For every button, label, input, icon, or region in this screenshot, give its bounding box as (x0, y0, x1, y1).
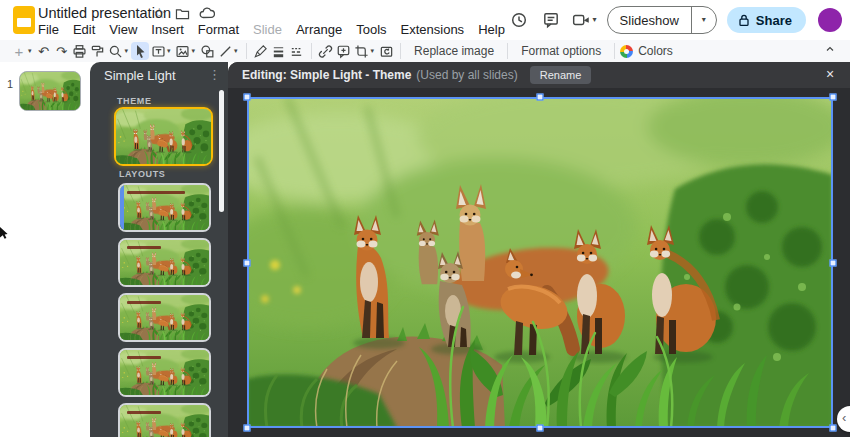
slide-number: 1 (7, 78, 13, 90)
layout-title-placeholder (127, 246, 161, 249)
divider (614, 43, 615, 59)
resize-handle-bottom-right[interactable] (830, 425, 837, 432)
text-box-button[interactable] (149, 42, 167, 60)
layout-title-placeholder (127, 191, 185, 194)
theme-section-label: THEME (117, 96, 152, 106)
border-dash-button[interactable] (288, 42, 306, 60)
menu-bar: File Edit View Insert Format Slide Arran… (31, 21, 512, 38)
divider (246, 43, 247, 59)
resize-handle-mid-right[interactable] (830, 259, 837, 266)
menu-arrange[interactable]: Arrange (289, 21, 349, 38)
resize-handle-top-right[interactable] (830, 94, 837, 101)
theme-panel: Simple Light ⋮ THEME LAYOUTS (90, 62, 228, 437)
add-comment-button[interactable] (335, 42, 353, 60)
menu-view[interactable]: View (102, 21, 144, 38)
layout-thumbnail-2[interactable] (118, 238, 211, 287)
layouts-section-label: LAYOUTS (119, 169, 165, 179)
new-slide-dropdown-icon[interactable]: ▾ (28, 47, 32, 55)
star-icon[interactable]: ☆ (153, 6, 166, 20)
slideshow-button[interactable]: Slideshow ▾ (607, 6, 717, 34)
toolbar: + ▾ ↶ ↷ ▾ ▾ ▾ ▾ (0, 40, 850, 62)
insert-link-button[interactable] (317, 42, 335, 60)
insert-shape-button[interactable] (198, 42, 216, 60)
kebab-menu-icon[interactable]: ⋮ (208, 67, 221, 82)
divider (507, 43, 508, 59)
menu-insert[interactable]: Insert (144, 21, 191, 38)
border-weight-button[interactable] (270, 42, 288, 60)
insert-image-dropdown-icon[interactable]: ▾ (192, 47, 196, 55)
slide-1-thumbnail[interactable] (19, 71, 81, 111)
insert-line-button[interactable] (216, 42, 234, 60)
mouse-cursor (0, 225, 9, 243)
document-title[interactable]: Untitled presentation (38, 5, 171, 21)
theme-thumbnail-selected[interactable] (114, 107, 213, 166)
menu-tools[interactable]: Tools (349, 21, 393, 38)
slide-filmstrip: 1 (0, 62, 90, 437)
border-color-button[interactable] (252, 42, 270, 60)
menu-edit[interactable]: Edit (66, 21, 102, 38)
join-call-button[interactable]: ▾ (572, 12, 597, 28)
layout-title-placeholder (127, 356, 161, 359)
divider (400, 43, 401, 59)
header: Untitled presentation ☆ File Edit View I… (0, 0, 850, 40)
zoom-dropdown-icon[interactable]: ▾ (125, 47, 129, 55)
lock-icon (738, 14, 750, 27)
insert-image-button[interactable] (174, 42, 192, 60)
editing-canvas: Editing: Simple Light - Theme (Used by a… (228, 62, 850, 437)
print-button[interactable] (71, 42, 89, 60)
rename-button[interactable]: Rename (530, 66, 592, 84)
account-avatar[interactable] (818, 8, 842, 32)
replace-image-button[interactable]: Replace image (406, 44, 502, 58)
resize-handle-mid-left[interactable] (244, 259, 251, 266)
theme-name: Simple Light (104, 68, 176, 83)
chevron-left-icon: ‹ (842, 410, 846, 425)
select-tool-button[interactable] (131, 42, 149, 60)
insert-line-dropdown-icon[interactable]: ▾ (234, 47, 238, 55)
resize-handle-top-center[interactable] (537, 94, 544, 101)
crop-image-button[interactable] (353, 42, 371, 60)
editing-mode-bar: Editing: Simple Light - Theme (Used by a… (228, 62, 850, 88)
comment-history-icon[interactable] (540, 9, 562, 31)
zoom-button[interactable] (107, 42, 125, 60)
version-history-icon[interactable] (508, 9, 530, 31)
editing-bar-subtitle: (Used by all slides) (416, 68, 517, 82)
layout-thumbnail-4[interactable] (118, 348, 211, 397)
menu-extensions[interactable]: Extensions (394, 21, 472, 38)
paint-format-button[interactable] (89, 42, 107, 60)
format-options-button[interactable]: Format options (513, 44, 609, 58)
colors-icon (620, 45, 633, 58)
toolbar-collapse-button[interactable] (824, 43, 836, 55)
layout-thumbnail-3[interactable] (118, 293, 211, 342)
resize-handle-bottom-left[interactable] (244, 425, 251, 432)
slide-editor-surface[interactable] (247, 97, 833, 428)
menu-help[interactable]: Help (471, 21, 512, 38)
layout-title-placeholder (127, 411, 161, 414)
crop-dropdown-icon[interactable]: ▾ (371, 47, 375, 55)
layout-selected-strip (120, 185, 124, 230)
redo-button[interactable]: ↷ (53, 42, 71, 60)
resize-handle-top-left[interactable] (244, 94, 251, 101)
slide-image-fox-kits[interactable] (247, 97, 833, 428)
colors-button[interactable]: Colors (638, 44, 681, 58)
menu-format[interactable]: Format (191, 21, 246, 38)
undo-button[interactable]: ↶ (35, 42, 53, 60)
reset-image-button[interactable] (377, 42, 395, 60)
layout-title-placeholder (127, 301, 161, 304)
menu-slide: Slide (246, 21, 289, 38)
text-box-dropdown-icon[interactable]: ▾ (167, 47, 171, 55)
move-folder-icon[interactable] (175, 7, 190, 20)
divider (311, 43, 312, 59)
layout-thumbnail-5[interactable] (118, 403, 211, 437)
new-slide-button[interactable]: + (10, 42, 28, 60)
editing-bar-title: Editing: Simple Light - Theme (242, 68, 411, 82)
panel-scrollbar[interactable] (219, 90, 224, 212)
menu-file[interactable]: File (31, 21, 66, 38)
chevron-down-icon[interactable]: ▾ (593, 16, 597, 24)
resize-handle-bottom-center[interactable] (537, 425, 544, 432)
layout-thumbnail-1[interactable] (118, 183, 211, 232)
collapse-sidebar-button[interactable]: ‹ (837, 406, 850, 432)
close-theme-editor-icon[interactable]: × (821, 66, 839, 82)
cloud-status-icon[interactable] (199, 7, 215, 19)
share-button[interactable]: Share (727, 7, 806, 33)
slideshow-dropdown[interactable]: ▾ (691, 7, 716, 33)
